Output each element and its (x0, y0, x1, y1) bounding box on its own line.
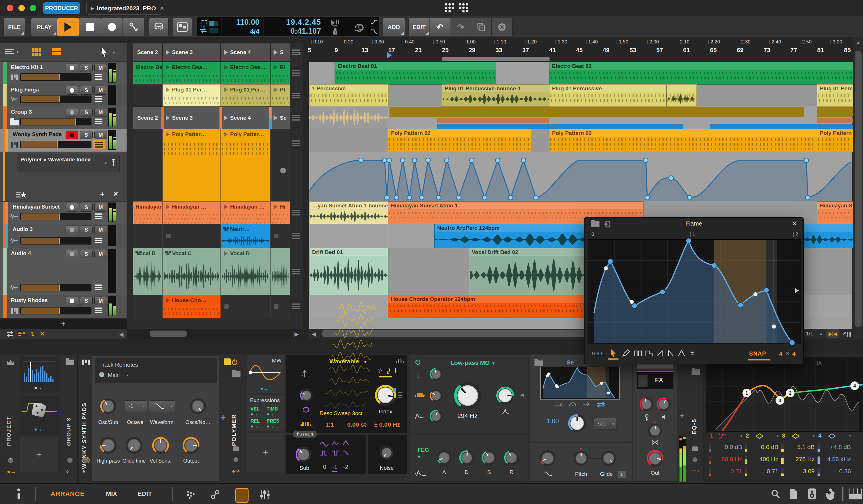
env-time-value[interactable]: 1.00 (547, 417, 559, 425)
eq-band-q[interactable]: 0.71 (767, 468, 778, 475)
device-panel-toggle[interactable] (235, 488, 249, 503)
track-menu-icon[interactable] (95, 213, 102, 219)
scene-play-icon[interactable] (166, 50, 170, 55)
track-row[interactable]: Audio 3SM (0, 224, 127, 248)
clip-play-icon[interactable] (224, 132, 228, 137)
ramp-down-tool-icon[interactable] (667, 350, 674, 356)
eq-bell-icon[interactable] (828, 433, 836, 439)
arranger-scroll-left-icon[interactable]: ◀ (312, 330, 316, 338)
tempo-display[interactable]: 110.00 4/4 (221, 17, 262, 36)
track-name[interactable]: Audio 3 (13, 226, 33, 232)
piano-keyboard-icon[interactable] (849, 489, 862, 500)
solo-button[interactable]: S (80, 86, 92, 94)
polymer-tab-knob-icon[interactable] (232, 456, 240, 464)
polymer-device-tab[interactable]: POLYMER (231, 397, 237, 446)
filter-title[interactable]: Low-pass MG (450, 359, 490, 366)
play-button[interactable] (57, 18, 79, 36)
mute-button[interactable]: M (95, 86, 107, 94)
track-row[interactable]: Electro Kit 1SM (0, 62, 127, 85)
sidebar-knob-icon[interactable] (7, 456, 15, 464)
eq-band-gain[interactable]: −5.1 dB (794, 444, 815, 451)
metronome-icon[interactable] (332, 28, 339, 35)
eq-band-dropdown-icon[interactable]: ▾ (740, 434, 742, 438)
triangle-tool-icon[interactable] (678, 350, 685, 356)
group-scene-cell[interactable]: Scene 3 (163, 106, 221, 129)
fx-slot[interactable]: FX (637, 371, 673, 389)
segments-display[interactable] (540, 367, 620, 400)
project-tab[interactable]: ▶ Integrated2023_PRO × (86, 2, 162, 15)
env-time-knob[interactable] (567, 413, 587, 433)
eq5-device-tab[interactable]: EQ-5 (691, 400, 698, 434)
record-arm-button[interactable] (66, 226, 78, 234)
wavetable-index-knob[interactable] (374, 384, 397, 407)
eq-display[interactable]: 1234 1k (706, 357, 863, 431)
wavetable-detune[interactable]: ± 0.00 Hz (374, 421, 400, 428)
track-name[interactable]: Rusty Rhodes (11, 297, 48, 303)
remote-knob-output[interactable] (182, 436, 200, 454)
stop-button[interactable] (79, 18, 101, 36)
step-tool-icon[interactable] (634, 350, 642, 356)
eq-band-gain[interactable]: 0.0 dB (725, 444, 742, 451)
mute-button[interactable]: M (95, 203, 107, 212)
remote-knob-oscs-noise[interactable] (189, 398, 207, 415)
arranger-clip[interactable]: 1 Percussive (309, 84, 389, 107)
pitch-lp-knob[interactable] (539, 450, 556, 467)
flame-canvas[interactable] (588, 239, 801, 343)
env-mode-loop-icon[interactable] (596, 401, 606, 408)
list-edit-icon[interactable] (17, 330, 26, 337)
track-row[interactable]: Rusty RhodesSM (0, 295, 127, 318)
clear-icon[interactable]: ✕ (40, 330, 45, 338)
crown-icon[interactable] (6, 359, 15, 366)
zoom-follow-icon[interactable]: ↗▌▌ (842, 330, 852, 337)
track-menu-icon[interactable] (95, 238, 102, 243)
device-chain-add[interactable]: + (220, 412, 226, 423)
sub-knob[interactable] (295, 446, 312, 463)
eq-band-dropdown-icon[interactable]: ▾ (849, 434, 851, 438)
filter-env-knob[interactable] (429, 367, 443, 381)
record-arm-button[interactable] (66, 297, 78, 305)
mixer-panel-icon[interactable] (259, 489, 271, 501)
fx-key-knob[interactable] (639, 397, 654, 412)
eq-band-gain[interactable]: 0.0 dB (761, 444, 778, 451)
track-color-strip[interactable] (3, 295, 7, 318)
track-color-strip[interactable] (3, 84, 7, 106)
filter-keytrack-knob[interactable] (429, 389, 443, 402)
launcher-clip[interactable]: Plug 01 Per… (221, 84, 271, 107)
group-child-strip[interactable] (817, 107, 853, 117)
folder-icon[interactable] (691, 369, 700, 375)
track-color-strip[interactable] (3, 248, 7, 295)
zoom-fit-button[interactable]: ▶|◀ (826, 329, 839, 338)
volume-fader[interactable] (20, 118, 91, 125)
cancel-button[interactable] (491, 18, 513, 36)
launcher-clip[interactable] (271, 248, 290, 295)
group-scene-cell[interactable]: Scene 2 (133, 106, 163, 129)
flame-grid-y[interactable]: 4 (792, 350, 796, 357)
wavetable-dropdown-icon[interactable]: ▼ (363, 360, 367, 364)
remote-knob-velsens[interactable] (151, 436, 170, 454)
launcher-empty-slot[interactable] (271, 295, 290, 318)
play-menu-button[interactable]: PLAY (31, 18, 58, 36)
launcher-clip[interactable]: Vocal C (163, 248, 221, 295)
volume-fader[interactable] (20, 307, 91, 314)
duplicate-button[interactable] (471, 18, 492, 36)
volume-fader[interactable] (20, 213, 91, 220)
track-menu-icon[interactable] (95, 74, 102, 80)
view-edit[interactable]: EDIT (138, 490, 152, 498)
group-child-strip[interactable] (437, 124, 683, 129)
clip-play-icon[interactable] (166, 204, 170, 210)
arranger-clip[interactable]: Plug 01 Percussive (817, 84, 853, 107)
track-row[interactable]: Group 3SM (0, 106, 127, 129)
row-actions-icon[interactable] (292, 303, 300, 309)
fx-vel-knob[interactable] (656, 397, 671, 412)
row-actions-icon[interactable] (292, 233, 300, 239)
arranger-clip[interactable]: Plug 01 Percussive (549, 84, 697, 107)
track-name[interactable]: Audio 4 (11, 250, 31, 256)
filter-cutoff-knob[interactable] (453, 381, 483, 411)
overdub-button[interactable]: w (123, 18, 145, 36)
add-button[interactable]: ADD (383, 18, 405, 36)
automation-favorites-icon[interactable] (16, 192, 28, 199)
noise-knob[interactable] (379, 445, 394, 460)
scene-header-cell[interactable]: Scene 2 (133, 43, 163, 62)
fx-mix-knob[interactable] (648, 423, 663, 438)
track-name[interactable]: Electro Kit 1 (11, 64, 43, 71)
